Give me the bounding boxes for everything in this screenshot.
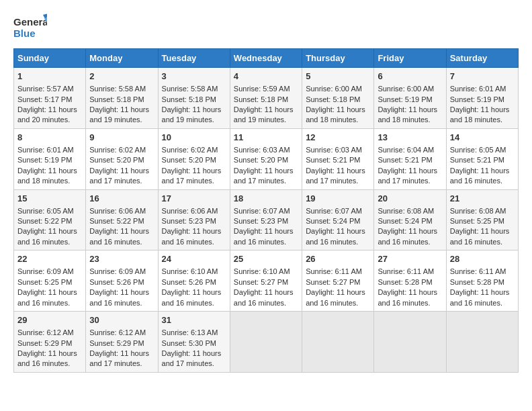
day-info: Sunset: 5:21 PM (378, 155, 442, 165)
day-info: Daylight: 11 hours (17, 226, 82, 236)
day-info: Daylight: 11 hours (89, 166, 154, 176)
calendar-cell: 15Sunrise: 6:05 AMSunset: 5:22 PMDayligh… (14, 189, 86, 250)
day-info: and 16 minutes. (17, 237, 82, 247)
calendar-cell: 22Sunrise: 6:09 AMSunset: 5:25 PMDayligh… (14, 250, 86, 312)
calendar-cell: 24Sunrise: 6:10 AMSunset: 5:26 PMDayligh… (158, 250, 230, 312)
day-info: Sunset: 5:18 PM (89, 95, 154, 105)
day-info: Sunrise: 6:07 AM (234, 206, 298, 216)
day-info: Daylight: 11 hours (234, 226, 298, 236)
day-number: 13 (378, 132, 442, 144)
calendar-cell: 19Sunrise: 6:07 AMSunset: 5:24 PMDayligh… (302, 189, 374, 250)
day-info: Sunset: 5:30 PM (162, 338, 226, 349)
day-number: 29 (17, 314, 82, 326)
day-info: Daylight: 11 hours (306, 226, 370, 236)
header-row: SundayMondayTuesdayWednesdayThursdayFrid… (14, 49, 519, 68)
day-info: and 16 minutes. (378, 237, 442, 247)
calendar-cell: 14Sunrise: 6:05 AMSunset: 5:21 PMDayligh… (446, 128, 518, 189)
day-info: Sunrise: 6:11 AM (306, 267, 370, 277)
day-info: Daylight: 11 hours (378, 166, 442, 176)
calendar-cell (230, 312, 302, 373)
day-info: Daylight: 11 hours (234, 105, 298, 115)
calendar-week-3: 15Sunrise: 6:05 AMSunset: 5:22 PMDayligh… (14, 189, 519, 250)
day-info: and 16 minutes. (450, 298, 515, 308)
day-number: 11 (234, 132, 298, 144)
day-info: Sunrise: 6:03 AM (234, 145, 298, 155)
day-info: Sunrise: 6:05 AM (450, 145, 515, 155)
day-number: 22 (17, 253, 82, 265)
calendar-week-1: 1Sunrise: 5:57 AMSunset: 5:17 PMDaylight… (14, 68, 519, 129)
calendar-cell: 10Sunrise: 6:02 AMSunset: 5:20 PMDayligh… (158, 128, 230, 189)
day-info: and 16 minutes. (306, 298, 370, 308)
day-info: Sunrise: 6:12 AM (89, 328, 154, 338)
day-info: and 17 minutes. (234, 176, 298, 186)
day-info: Daylight: 11 hours (450, 105, 515, 115)
logo-svg: General Blue (13, 13, 47, 42)
day-number: 16 (89, 193, 154, 205)
calendar-cell: 6Sunrise: 6:00 AMSunset: 5:19 PMDaylight… (374, 68, 446, 129)
calendar-cell: 23Sunrise: 6:09 AMSunset: 5:26 PMDayligh… (86, 250, 158, 312)
calendar-week-2: 8Sunrise: 6:01 AMSunset: 5:19 PMDaylight… (14, 128, 519, 189)
day-info: and 18 minutes. (306, 115, 370, 125)
header-cell-wednesday: Wednesday (230, 49, 302, 68)
calendar-week-5: 29Sunrise: 6:12 AMSunset: 5:29 PMDayligh… (14, 312, 519, 373)
day-info: Sunset: 5:24 PM (378, 216, 442, 226)
day-number: 19 (306, 193, 370, 205)
day-info: Sunrise: 6:08 AM (450, 206, 515, 216)
calendar-cell: 30Sunrise: 6:12 AMSunset: 5:29 PMDayligh… (86, 312, 158, 373)
day-info: Sunrise: 5:59 AM (234, 84, 298, 94)
day-info: Sunset: 5:19 PM (378, 95, 442, 105)
calendar-cell: 16Sunrise: 6:06 AMSunset: 5:22 PMDayligh… (86, 189, 158, 250)
header-cell-thursday: Thursday (302, 49, 374, 68)
day-info: and 17 minutes. (162, 359, 226, 369)
day-info: Sunset: 5:29 PM (17, 338, 82, 349)
day-info: and 18 minutes. (17, 176, 82, 186)
day-info: Sunrise: 6:02 AM (162, 145, 226, 155)
day-info: and 18 minutes. (378, 115, 442, 125)
calendar-cell: 12Sunrise: 6:03 AMSunset: 5:21 PMDayligh… (302, 128, 374, 189)
calendar-cell: 8Sunrise: 6:01 AMSunset: 5:19 PMDaylight… (14, 128, 86, 189)
day-info: Daylight: 11 hours (162, 349, 226, 359)
day-info: Sunrise: 6:10 AM (234, 267, 298, 277)
day-info: Daylight: 11 hours (378, 226, 442, 236)
calendar-cell: 26Sunrise: 6:11 AMSunset: 5:27 PMDayligh… (302, 250, 374, 312)
day-info: Daylight: 11 hours (450, 166, 515, 176)
day-info: Daylight: 11 hours (17, 287, 82, 298)
day-number: 3 (162, 71, 226, 83)
day-info: Sunrise: 5:57 AM (17, 84, 82, 94)
day-info: and 17 minutes. (162, 176, 226, 186)
day-info: and 16 minutes. (162, 298, 226, 308)
day-info: Sunset: 5:17 PM (17, 95, 82, 105)
day-info: Sunset: 5:23 PM (162, 216, 226, 226)
day-info: Sunrise: 5:58 AM (162, 84, 226, 94)
day-info: and 16 minutes. (450, 176, 515, 186)
day-info: and 16 minutes. (234, 237, 298, 247)
calendar-table: SundayMondayTuesdayWednesdayThursdayFrid… (13, 48, 519, 373)
day-number: 31 (162, 314, 226, 326)
svg-text:Blue: Blue (13, 28, 36, 39)
day-info: and 16 minutes. (306, 237, 370, 247)
day-info: Daylight: 11 hours (306, 287, 370, 298)
header-cell-friday: Friday (374, 49, 446, 68)
day-info: Sunset: 5:26 PM (89, 277, 154, 287)
day-info: Sunrise: 6:08 AM (378, 206, 442, 216)
day-info: Sunrise: 6:11 AM (378, 267, 442, 277)
day-number: 12 (306, 132, 370, 144)
calendar-cell: 21Sunrise: 6:08 AMSunset: 5:25 PMDayligh… (446, 189, 518, 250)
day-number: 6 (378, 71, 442, 83)
day-info: Sunrise: 6:04 AM (378, 145, 442, 155)
calendar-cell: 4Sunrise: 5:59 AMSunset: 5:18 PMDaylight… (230, 68, 302, 129)
logo-graphic: General Blue (13, 13, 47, 42)
day-info: Sunrise: 6:01 AM (450, 84, 515, 94)
day-info: Sunrise: 5:58 AM (89, 84, 154, 94)
day-info: Sunset: 5:21 PM (306, 155, 370, 165)
day-info: Daylight: 11 hours (450, 287, 515, 298)
day-info: Daylight: 11 hours (89, 226, 154, 236)
calendar-cell: 9Sunrise: 6:02 AMSunset: 5:20 PMDaylight… (86, 128, 158, 189)
day-info: Daylight: 11 hours (17, 349, 82, 359)
day-info: and 19 minutes. (162, 115, 226, 125)
day-number: 23 (89, 253, 154, 265)
day-info: Sunset: 5:21 PM (450, 155, 515, 165)
day-number: 7 (450, 71, 515, 83)
calendar-cell (446, 312, 518, 373)
header-cell-monday: Monday (86, 49, 158, 68)
